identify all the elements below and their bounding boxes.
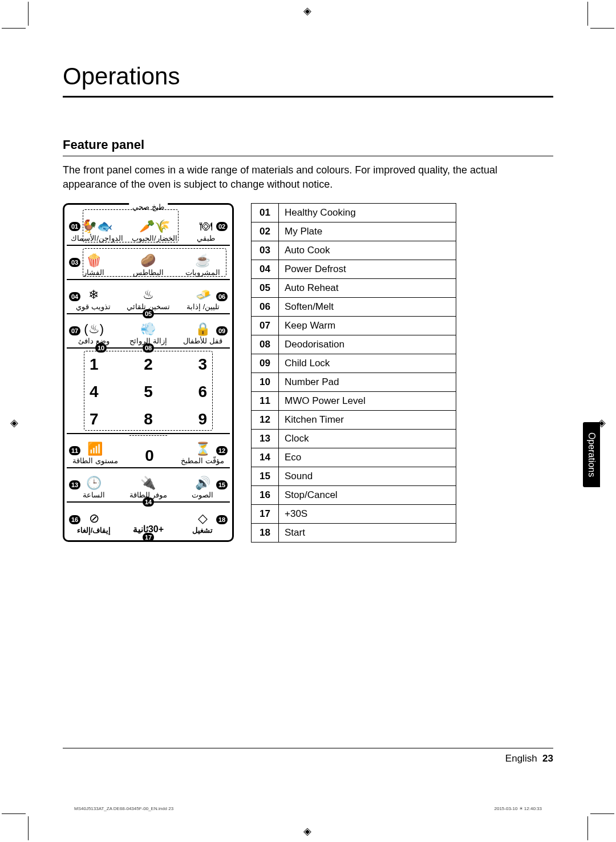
feature-num: 12 xyxy=(252,411,279,430)
defrost-icon: ❄ xyxy=(88,289,99,301)
crop-mark xyxy=(587,2,588,26)
feature-label: Kitchen Timer xyxy=(279,411,456,430)
feature-label: Stop/Cancel xyxy=(279,486,456,505)
table-row: 18Start xyxy=(252,524,456,543)
feature-label: Number Pad xyxy=(279,373,456,392)
label: قفل للأطفال xyxy=(183,337,222,345)
table-row: 05Auto Reheat xyxy=(252,279,456,298)
feature-num: 11 xyxy=(252,392,279,411)
crop-mark xyxy=(590,813,614,814)
feature-label: Deodorisation xyxy=(279,335,456,354)
table-row: 15Sound xyxy=(252,467,456,486)
feature-num: 15 xyxy=(252,467,279,486)
table-row: 03Auto Cook xyxy=(252,241,456,260)
crop-mark xyxy=(28,2,29,26)
feature-label: MWO Power Level xyxy=(279,392,456,411)
footer-lang: English xyxy=(505,753,537,764)
label: الساعة xyxy=(83,491,105,499)
feature-label: Clock xyxy=(279,430,456,448)
table-row: 09Child Lock xyxy=(252,354,456,373)
label: تشغيل xyxy=(192,526,213,535)
feature-label: Auto Cook xyxy=(279,241,456,260)
page-title: Operations xyxy=(63,63,553,98)
label: الدواجن/الأسماك xyxy=(71,234,123,242)
label: طبقي xyxy=(197,234,215,242)
label: إيقاف/إلغاء xyxy=(77,526,111,535)
table-row: 17+30S xyxy=(252,505,456,524)
dashed-group xyxy=(83,248,226,277)
start-icon: ◇ xyxy=(198,512,208,525)
plate-icon: 🍽 xyxy=(200,220,212,233)
feature-num: 03 xyxy=(252,241,279,260)
reheat-icon: ♨ xyxy=(143,289,154,301)
feature-label: Sound xyxy=(279,467,456,486)
timer-icon: ⏳ xyxy=(195,443,210,455)
feature-num: 04 xyxy=(252,260,279,279)
label: الخضار/الحبوب xyxy=(132,234,177,242)
keepwarm-icon: (♨) xyxy=(84,323,104,335)
label: مؤقّت المطبخ xyxy=(181,456,224,465)
feature-num: 10 xyxy=(252,373,279,392)
digit-1: 1 xyxy=(67,351,121,378)
footer-page: 23 xyxy=(542,753,553,764)
table-row: 08Deodorisation xyxy=(252,335,456,354)
lock-icon: 🔒 xyxy=(195,323,210,335)
callout-11: 11 xyxy=(69,446,80,455)
digit-9: 9 xyxy=(176,406,230,433)
callout-06: 06 xyxy=(216,292,228,301)
soften-icon: 🧈 xyxy=(196,289,211,301)
feature-label: Healthy Cooking xyxy=(279,204,456,222)
table-row: 02My Plate xyxy=(252,222,456,241)
stop-icon: ⊘ xyxy=(89,512,99,525)
table-row: 07Keep Warm xyxy=(252,317,456,335)
label: تذويب قوي xyxy=(76,302,111,311)
digit-2: 2 xyxy=(121,351,175,378)
feature-num: 05 xyxy=(252,279,279,298)
feature-label: My Plate xyxy=(279,222,456,241)
feature-num: 08 xyxy=(252,335,279,354)
crop-mark xyxy=(2,813,26,814)
callout-12: 12 xyxy=(216,446,228,455)
feature-label: Child Lock xyxy=(279,354,456,373)
table-row: 04Power Defrost xyxy=(252,260,456,279)
table-row: 13Clock xyxy=(252,430,456,448)
feature-num: 14 xyxy=(252,448,279,467)
crop-mark xyxy=(2,28,26,29)
label: مستوى الطاقة xyxy=(72,456,118,465)
digit-7: 7 xyxy=(67,406,121,433)
callout-07: 07 xyxy=(69,326,80,335)
dashed-link xyxy=(129,435,167,465)
print-info-right: 2015-03-10 ☀ 12:40:33 xyxy=(494,806,542,811)
feature-label: +30S xyxy=(279,505,456,524)
callout-15: 15 xyxy=(216,480,228,489)
feature-num: 17 xyxy=(252,505,279,524)
footer: English 23 xyxy=(505,753,553,764)
feature-num: 18 xyxy=(252,524,279,543)
footer-divider xyxy=(63,748,553,748)
registration-mark-icon: ◈ xyxy=(303,825,311,837)
intro-text: The front panel comes in a wide range of… xyxy=(63,163,553,192)
registration-mark-icon: ◈ xyxy=(303,5,311,17)
feature-num: 01 xyxy=(252,204,279,222)
digit-5: 5 xyxy=(121,378,175,406)
poultry-icon: 🐓🐟 xyxy=(82,220,112,233)
feature-num: 09 xyxy=(252,354,279,373)
power-level-icon: 📶 xyxy=(87,443,103,455)
label: تليين/ إذابة xyxy=(187,302,220,311)
feature-panel-diagram: 01 طبخ صحي 🐓🐟الدواجن/الأسماك 🥕🌾الخضار/ال… xyxy=(63,203,234,542)
digit-8: 8 xyxy=(121,406,175,433)
feature-num: 16 xyxy=(252,486,279,505)
crop-mark xyxy=(590,28,614,29)
feature-num: 02 xyxy=(252,222,279,241)
feature-num: 07 xyxy=(252,317,279,335)
feature-num: 13 xyxy=(252,430,279,448)
feature-table: 01Healthy Cooking02My Plate03Auto Cook04… xyxy=(251,203,456,543)
table-row: 14Eco xyxy=(252,448,456,467)
feature-label: Soften/Melt xyxy=(279,298,456,317)
clock-icon: 🕒 xyxy=(86,477,102,489)
callout-17: 17 xyxy=(143,533,154,542)
print-info-left: MS40J5133AT_ZA DE68-04345F-00_EN.indd 23 xyxy=(74,806,173,811)
table-row: 12Kitchen Timer xyxy=(252,411,456,430)
section-tab: Operations xyxy=(583,422,600,487)
table-row: 11MWO Power Level xyxy=(252,392,456,411)
